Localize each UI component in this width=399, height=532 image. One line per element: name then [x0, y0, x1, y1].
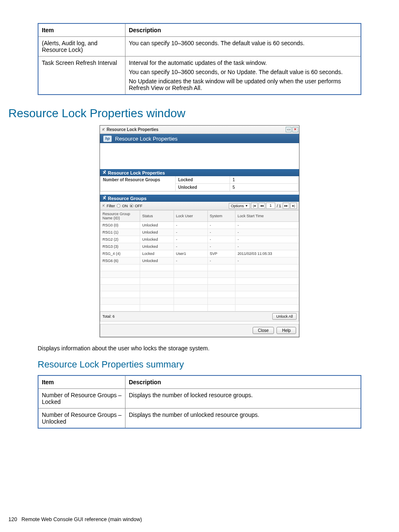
table-row[interactable]: RSG_4 (4)LockedUser1SVP2011/02/03 11:05:…	[100, 250, 299, 257]
unlocked-value: 5	[230, 184, 299, 191]
table-row[interactable]: RSG0 (0)Unlocked---	[100, 222, 299, 229]
desc-line: No Update indicates the task window will…	[129, 78, 357, 91]
grid-cell	[235, 278, 299, 285]
page-number: 120	[8, 517, 17, 522]
table-row[interactable]	[100, 298, 299, 305]
table-row[interactable]: RSG1 (1)Unlocked---	[100, 229, 299, 236]
grid-cell: -	[174, 229, 207, 236]
cell-desc: Displays the number of locked resource g…	[125, 389, 361, 409]
col-lockstart[interactable]: Lock Start Time	[235, 211, 299, 222]
grid-cell: SVP	[207, 250, 235, 257]
table-row[interactable]	[100, 278, 299, 285]
grid-cell	[100, 278, 140, 285]
table-row[interactable]	[100, 271, 299, 278]
grid-cell: RSG2 (2)	[100, 236, 140, 243]
th-item: Item	[38, 23, 125, 37]
th-item: Item	[38, 375, 125, 389]
spacer	[100, 143, 299, 169]
collapse-icon[interactable]: ✕̂	[102, 128, 105, 132]
summary-grid: Number of Resource Groups Locked 1 Unloc…	[100, 176, 299, 192]
table-row[interactable]	[100, 285, 299, 291]
grid-cell: -	[174, 236, 207, 243]
grid-cell: Unlocked	[140, 229, 174, 236]
table-row[interactable]: RSG3 (3)Unlocked---	[100, 243, 299, 250]
grid-cell: Unlocked	[140, 222, 174, 229]
table-row[interactable]: RSG2 (2)Unlocked---	[100, 236, 299, 243]
close-button[interactable]: ✕	[292, 127, 298, 132]
grid-cell	[140, 298, 174, 305]
unlock-all-button[interactable]: Unlock All	[272, 313, 297, 320]
col-system[interactable]: System	[207, 211, 235, 222]
chevron-down-icon: ▼	[245, 204, 248, 207]
window-banner: hp Resource Lock Properties	[100, 134, 299, 143]
grid-cell: RSG_4 (4)	[100, 250, 140, 257]
help-button[interactable]: Help	[276, 327, 296, 334]
table-row[interactable]: RSG6 (6)Unlocked---	[100, 257, 299, 265]
grid-cell	[174, 278, 207, 285]
th-desc: Description	[125, 375, 361, 389]
grid-cell	[174, 291, 207, 298]
th-desc: Description	[125, 23, 361, 37]
desc-line: You can specify 10–3600 seconds, or No U…	[129, 69, 357, 75]
page-first-button[interactable]: |◂	[251, 203, 258, 209]
grid-cell	[100, 271, 140, 278]
table-row: (Alerts, Audit log, and Resource Lock) Y…	[38, 37, 361, 57]
grid-cell: -	[174, 222, 207, 229]
unlocked-label: Unlocked	[176, 184, 230, 191]
col-name[interactable]: Resource Group Name (ID)	[100, 211, 140, 222]
grid-cell	[140, 265, 174, 271]
table-row: Number of Resource Groups – Locked Displ…	[38, 389, 361, 409]
grid-cell: -	[235, 229, 299, 236]
groups-panel-header[interactable]: ✕̂ Resource Groups	[100, 194, 299, 202]
page-last-button[interactable]: ▸|	[290, 203, 297, 209]
cell-item: Number of Resource Groups – Locked	[38, 389, 125, 409]
grid-cell	[100, 265, 140, 271]
page-current-input[interactable]: 1	[266, 203, 275, 209]
groups-toolbar: ✕̂ Filter ON OFF Options ▼ |◂ ◂◂	[100, 202, 299, 210]
grid-cell	[235, 291, 299, 298]
page-prev-button[interactable]: ◂◂	[258, 203, 265, 209]
locked-value: 1	[230, 176, 299, 184]
filter-off-radio[interactable]	[130, 204, 133, 208]
col-lockuser[interactable]: Lock User	[174, 211, 207, 222]
subsection-heading: Resource Lock Properties summary	[38, 359, 361, 370]
grid-cell	[174, 285, 207, 291]
table-row: Number of Resource Groups – Unlocked Dis…	[38, 409, 361, 429]
table-row[interactable]	[100, 265, 299, 271]
grid-cell	[100, 285, 140, 291]
cell-desc: Displays the number of unlocked resource…	[125, 409, 361, 429]
grid-cell	[207, 271, 235, 278]
grid-cell: -	[207, 222, 235, 229]
banner-title: Resource Lock Properties	[115, 136, 178, 142]
desc-line: Interval for the automatic updates of th…	[129, 59, 357, 66]
window-titlebar: ✕̂ Resource Lock Properties ▭ ✕	[100, 126, 299, 134]
table-row[interactable]	[100, 291, 299, 298]
options-dropdown[interactable]: Options ▼	[229, 203, 250, 209]
footer-text: Remote Web Console GUI reference (main w…	[21, 517, 142, 522]
window-title: Resource Lock Properties	[107, 127, 159, 132]
grid-cell	[174, 265, 207, 271]
section-description: Displays information about the user who …	[38, 345, 361, 352]
grid-cell: Unlocked	[140, 257, 174, 265]
grid-cell: Locked	[140, 250, 174, 257]
total-label: Total: 6	[102, 314, 115, 319]
restore-button[interactable]: ▭	[286, 127, 292, 132]
col-status[interactable]: Status	[140, 211, 174, 222]
grid-cell	[174, 298, 207, 305]
table-row[interactable]	[100, 305, 299, 311]
grid-cell: 2011/02/03 11:05:33	[235, 250, 299, 257]
off-label: OFF	[135, 204, 143, 208]
grid-cell	[207, 291, 235, 298]
grid-cell	[140, 305, 174, 311]
grid-cell: RSG1 (1)	[100, 229, 140, 236]
page-next-button[interactable]: ▸▸	[283, 203, 289, 209]
filter-on-radio[interactable]	[117, 204, 120, 208]
grid-cell	[235, 305, 299, 311]
summary-panel-header[interactable]: ✕̂ Resource Lock Properties	[100, 169, 299, 176]
grid-cell: Unlocked	[140, 243, 174, 250]
description-table-2: Item Description Number of Resource Grou…	[38, 375, 361, 429]
grid-cell: -	[174, 257, 207, 265]
grid-cell	[140, 271, 174, 278]
resource-groups-table: Resource Group Name (ID) Status Lock Use…	[100, 210, 299, 311]
close-button-footer[interactable]: Close	[253, 327, 274, 334]
